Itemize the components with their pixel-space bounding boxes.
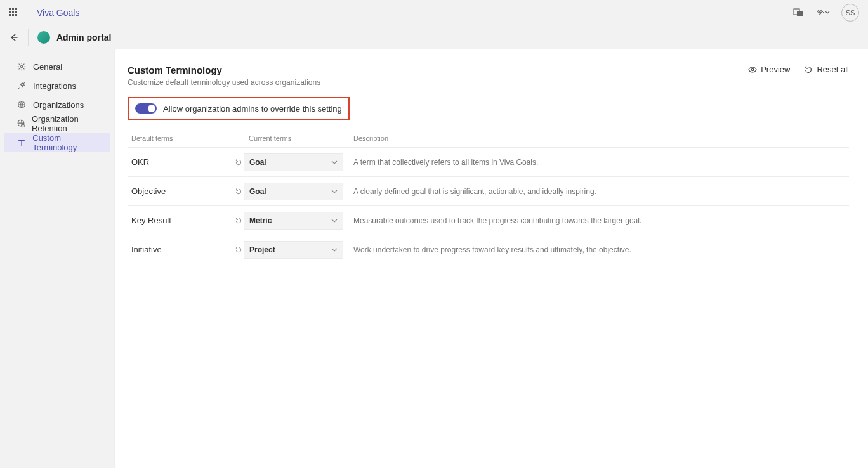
svg-rect-1 [797,11,803,16]
svg-point-4 [819,13,821,15]
current-term-select[interactable]: Project [244,241,343,259]
sidebar: General Integrations Organizations Organ… [0,49,114,468]
chevron-down-icon [331,247,338,253]
default-term: OKR [128,157,232,167]
layout: General Integrations Organizations Organ… [0,49,868,468]
terms-table: Default terms Current terms Description … [128,129,849,264]
term-description: Measurable outcomes used to track the pr… [343,216,849,225]
default-term: Key Result [128,216,232,225]
override-toggle-label: Allow organization admins to override th… [163,104,342,114]
portal-title: Admin portal [56,32,111,42]
table-row: Key Result Metric Measurable outcomes us… [128,206,849,235]
globe-lock-icon [16,119,25,128]
reset-icon [804,65,813,74]
flower-icon[interactable] [815,8,830,18]
globe-icon [16,100,27,109]
table-row: Objective Goal A clearly defined goal th… [128,177,849,206]
override-toggle-row: Allow organization admins to override th… [128,97,350,120]
col-header-current: Current terms [245,134,343,142]
chevron-down-icon [331,218,338,224]
top-bar: Viva Goals SS [0,0,868,25]
sidebar-item-organization-retention[interactable]: Organization Retention [4,114,110,133]
current-term-value: Project [249,245,275,254]
current-term-select[interactable]: Metric [244,212,343,230]
term-description: Work undertaken to drive progress toward… [343,245,849,254]
page-subtitle: Customize default terminology used acros… [128,78,320,87]
terms-table-header: Default terms Current terms Description [128,129,849,148]
col-header-description: Description [343,134,849,142]
sidebar-item-integrations[interactable]: Integrations [4,76,110,95]
type-icon [16,138,26,147]
reset-all-button[interactable]: Reset all [804,65,849,74]
sidebar-item-organizations[interactable]: Organizations [4,95,110,114]
svg-point-9 [751,68,754,71]
sidebar-item-label: Organization Retention [32,114,104,133]
back-button[interactable] [9,32,19,42]
current-term-select[interactable]: Goal [244,153,343,171]
current-term-value: Goal [249,187,266,196]
reset-row-button[interactable] [232,159,245,166]
main-header: Custom Terminology Customize default ter… [128,65,849,87]
sidebar-item-label: Integrations [33,81,76,91]
chevron-down-icon [331,159,338,166]
sidebar-item-custom-terminology[interactable]: Custom Terminology [4,133,110,152]
sidebar-item-label: Organizations [33,100,84,110]
app-title[interactable]: Viva Goals [37,8,79,18]
table-row: OKR Goal A term that collectively refers… [128,148,849,177]
default-term: Initiative [128,245,232,254]
waffle-icon[interactable] [9,8,19,18]
table-row: Initiative Project Work undertaken to dr… [128,235,849,264]
svg-point-5 [20,65,23,68]
term-description: A clearly defined goal that is significa… [343,187,849,196]
reset-row-button[interactable] [232,246,245,254]
divider [28,29,29,46]
sub-bar: Admin portal [0,25,868,49]
reset-row-button[interactable] [232,188,245,195]
preview-button[interactable]: Preview [748,65,790,74]
term-description: A term that collectively refers to all i… [343,158,849,167]
default-term: Objective [128,186,232,196]
reset-icon [235,246,242,254]
reset-icon [235,188,242,195]
svg-rect-8 [22,125,24,127]
reset-row-button[interactable] [232,217,245,224]
sidebar-item-label: Custom Terminology [32,133,104,152]
gear-icon [16,62,27,71]
current-term-value: Metric [249,216,272,225]
app-logo-icon [37,31,50,44]
eye-icon [748,65,757,74]
reset-all-label: Reset all [817,65,849,74]
translate-icon[interactable] [793,8,803,18]
reset-icon [235,159,242,166]
col-header-default: Default terms [128,134,232,142]
preview-label: Preview [761,65,790,74]
chevron-down-icon [331,188,338,195]
current-term-select[interactable]: Goal [244,183,343,200]
current-term-value: Goal [249,158,266,167]
sidebar-item-general[interactable]: General [4,57,110,76]
main-content: Custom Terminology Customize default ter… [114,49,868,468]
svg-point-2 [818,11,820,13]
plug-icon [16,81,27,90]
avatar[interactable]: SS [841,4,859,22]
override-toggle[interactable] [135,103,157,114]
reset-icon [235,217,242,224]
sidebar-item-label: General [33,62,62,72]
page-title: Custom Terminology [128,65,320,75]
